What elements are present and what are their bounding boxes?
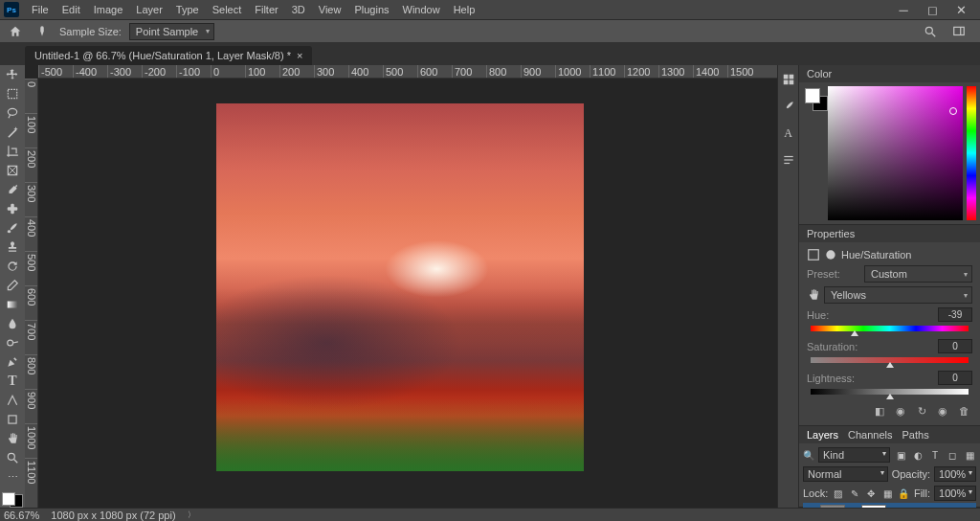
color-panel-swatches[interactable] [803,86,824,220]
filter-smart-icon[interactable]: ▦ [963,448,976,462]
sample-size-label: Sample Size: [59,26,122,37]
path-tool[interactable] [2,393,23,408]
canvas-area[interactable]: -500-400-300-200-10001002003004005006007… [25,65,777,508]
hue-value[interactable]: -39 [938,307,972,322]
menu-edit[interactable]: Edit [56,2,87,17]
opacity-input[interactable]: 100% [934,466,976,482]
history-brush-tool[interactable] [2,259,23,274]
reset-icon[interactable]: ↻ [915,404,928,418]
hue-slider[interactable] [811,326,969,335]
layer-filter-dropdown[interactable]: Kind [818,447,890,463]
fill-input[interactable]: 100% [934,486,976,501]
color-swatches[interactable] [2,492,23,508]
clip-icon[interactable]: ◧ [873,404,886,418]
sampler-icon[interactable] [33,22,52,41]
svg-point-25 [826,250,835,259]
svg-rect-10 [8,207,18,211]
wand-tool[interactable] [2,125,23,140]
filter-pixel-icon[interactable]: ▣ [894,448,907,462]
shape-tool[interactable] [2,412,23,427]
targeted-adjust-icon[interactable] [807,288,820,302]
svg-point-5 [8,108,16,115]
panels-dock: Color Properties Hue/Saturation [798,65,980,508]
dodge-tool[interactable] [2,335,23,351]
sample-size-dropdown[interactable]: Point Sample [129,23,214,40]
lock-paint-icon[interactable]: ✎ [848,487,860,500]
brushes-panel-icon[interactable] [780,98,797,115]
lock-nest-icon[interactable]: ▦ [881,487,894,500]
crop-tool[interactable] [2,144,23,159]
document-tab[interactable]: Untitled-1 @ 66.7% (Hue/Saturation 1, La… [25,46,312,65]
eyedropper-tool[interactable] [2,182,23,197]
tab-layers[interactable]: Layers [807,429,838,441]
doc-info[interactable]: 1080 px x 1080 px (72 ppi) [51,510,175,521]
paragraph-panel-icon[interactable] [780,151,797,169]
menu-help[interactable]: Help [447,2,482,17]
hand-tool[interactable] [2,431,23,446]
filter-adj-icon[interactable]: ◐ [911,448,924,462]
close-button[interactable]: ✕ [955,4,967,15]
character-panel-icon[interactable]: A [780,125,797,142]
zoom-readout[interactable]: 66.67% [4,510,39,521]
filter-type-icon[interactable]: T [928,448,942,462]
menu-layer[interactable]: Layer [129,2,169,17]
svg-rect-4 [8,89,16,98]
menu-plugins[interactable]: Plugins [347,2,395,17]
foreground-swatch[interactable] [2,492,15,506]
svg-point-0 [925,27,932,34]
menu-filter[interactable]: Filter [248,2,284,17]
eraser-tool[interactable] [2,278,23,293]
brush-tool[interactable] [2,220,23,236]
lock-trans-icon[interactable]: ▨ [832,487,844,500]
filter-shape-icon[interactable]: ◻ [946,448,959,462]
frame-tool[interactable] [2,163,23,178]
menu-3d[interactable]: 3D [285,2,312,17]
vertical-ruler: 010020030040050060070080090010001100 [25,79,38,508]
stamp-tool[interactable] [2,239,23,255]
gradient-tool[interactable] [2,297,23,312]
close-tab-button[interactable]: × [297,50,302,61]
preset-dropdown[interactable]: Custom [864,265,972,283]
properties-title: Properties [807,228,855,239]
saturation-slider[interactable] [811,357,969,367]
lock-label: Lock: [803,487,828,499]
blend-mode-dropdown[interactable]: Normal [803,466,888,482]
menu-type[interactable]: Type [169,2,206,17]
canvas-image[interactable] [216,103,584,471]
delete-icon[interactable]: 🗑 [957,404,970,418]
menu-image[interactable]: Image [87,2,130,17]
edit-toolbar[interactable]: ⋯ [2,469,23,485]
lightness-slider[interactable] [811,389,969,398]
prev-state-icon[interactable]: ◉ [894,404,907,418]
type-tool[interactable]: T [2,374,23,389]
search-icon[interactable] [921,22,940,41]
swatches-panel-icon[interactable] [780,71,797,88]
menu-select[interactable]: Select [206,2,249,17]
saturation-value[interactable]: 0 [938,339,972,353]
pen-tool[interactable] [2,354,23,370]
maximize-button[interactable]: ◻ [926,4,938,15]
home-button[interactable] [6,22,25,41]
move-tool[interactable] [2,67,23,82]
hue-strip[interactable] [967,86,976,220]
zoom-tool[interactable] [2,450,23,465]
menu-file[interactable]: File [25,2,56,17]
visibility-icon[interactable]: ◉ [936,404,949,418]
color-field[interactable] [828,86,963,220]
tab-paths[interactable]: Paths [902,429,929,441]
saturation-label: Saturation: [807,341,860,352]
menu-window[interactable]: Window [396,2,447,17]
svg-rect-19 [783,80,788,85]
marquee-tool[interactable] [2,86,23,102]
blur-tool[interactable] [2,316,23,331]
lightness-value[interactable]: 0 [938,371,972,385]
workspace-icon[interactable] [949,22,969,41]
channel-dropdown[interactable]: Yellows [824,286,972,304]
tab-channels[interactable]: Channels [848,429,892,441]
minimize-button[interactable]: ─ [898,4,909,15]
lock-pos-icon[interactable]: ✥ [865,487,878,500]
lasso-tool[interactable] [2,105,23,121]
heal-tool[interactable] [2,201,23,216]
lock-all-icon[interactable]: 🔒 [898,487,910,500]
menu-view[interactable]: View [312,2,348,17]
